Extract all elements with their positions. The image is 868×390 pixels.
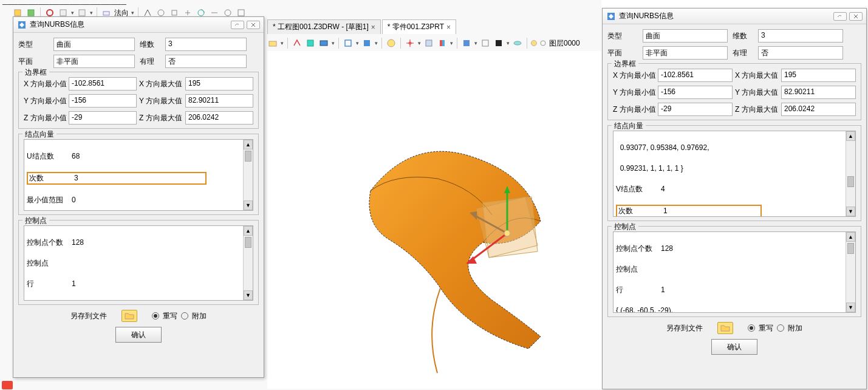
toolbar-icon[interactable] [480, 38, 491, 49]
save-to-file-label: 另存到文件 [666, 323, 703, 334]
toolbar-icon[interactable] [305, 38, 316, 49]
xmin-field[interactable]: -102.8561 [658, 69, 733, 82]
xmax-field[interactable]: 195 [185, 77, 253, 91]
browse-folder-button[interactable] [717, 322, 733, 334]
type-label: 类型 [607, 31, 643, 41]
dropdown-icon[interactable]: ▾ [450, 40, 453, 46]
xmax-field[interactable]: 195 [781, 69, 856, 82]
dropdown-icon[interactable]: ▾ [356, 40, 359, 46]
toolbar-icon[interactable] [493, 38, 504, 49]
dropdown-icon[interactable]: ▾ [71, 10, 74, 16]
scroll-thumb[interactable] [847, 176, 854, 187]
svg-rect-1 [28, 10, 34, 16]
knot-listbox[interactable]: 0.93077, 0.95384, 0.97692, 0.99231, 1, 1… [613, 131, 856, 217]
svg-rect-18 [426, 40, 432, 46]
ymax-label: Y 方向最大值 [139, 96, 183, 106]
knot-listbox[interactable]: U结点数68 次数3 最小值范围0 最大值范围1 闭合否 结点向量 { 0, 0… [24, 139, 253, 211]
toolbar-icon[interactable] [512, 38, 523, 49]
rational-field[interactable]: 否 [758, 46, 843, 60]
layer-name: 图层0000 [549, 38, 580, 49]
dialog-titlebar[interactable]: 查询NURBS信息 [603, 9, 866, 24]
ymin-label: Y 方向最小值 [613, 87, 655, 98]
dropdown-icon[interactable]: ▾ [474, 40, 477, 46]
overwrite-radio[interactable] [152, 312, 159, 320]
dropdown-icon[interactable]: ▾ [507, 40, 510, 46]
toolbar-icon[interactable] [423, 38, 434, 49]
layer-indicator[interactable]: 图层0000 [531, 38, 580, 49]
zmin-field[interactable]: -29 [69, 111, 137, 125]
toolbar-icon[interactable] [292, 38, 302, 49]
close-button[interactable] [247, 21, 260, 29]
scroll-up-icon[interactable]: ▲ [846, 232, 855, 242]
xmin-field[interactable]: -102.8561 [69, 77, 137, 91]
close-button[interactable] [849, 12, 863, 21]
scrollbar[interactable]: ▲ ▼ [846, 131, 855, 216]
scroll-up-icon[interactable]: ▲ [846, 131, 855, 141]
cp-legend: 控制点 [612, 222, 638, 232]
dim-field[interactable]: 3 [165, 38, 247, 51]
append-radio[interactable] [777, 324, 784, 332]
ymin-field[interactable]: -156 [69, 94, 137, 108]
dropdown-icon[interactable]: ▾ [90, 10, 93, 16]
toolbar-icon[interactable] [405, 38, 415, 49]
toolbar-icon[interactable] [437, 38, 448, 49]
viewport-3d[interactable] [267, 51, 601, 389]
scroll-up-icon[interactable]: ▲ [244, 226, 253, 236]
ymin-field[interactable]: -156 [658, 86, 733, 99]
zmin-field[interactable]: -29 [658, 103, 733, 116]
scrollbar[interactable]: ▲ ▼ [243, 140, 253, 210]
toolbar-icon[interactable] [343, 38, 354, 49]
app-icon [17, 20, 27, 30]
side-red-icon [2, 381, 13, 389]
browse-folder-button[interactable] [121, 310, 137, 322]
scroll-down-icon[interactable]: ▼ [244, 290, 253, 300]
dropdown-icon[interactable]: ▾ [375, 40, 378, 46]
ymax-field[interactable]: 82.90211 [781, 86, 856, 99]
scroll-down-icon[interactable]: ▼ [244, 200, 253, 210]
help-button[interactable] [231, 21, 244, 29]
dropdown-icon[interactable]: ▾ [418, 40, 421, 46]
dropdown-icon[interactable]: ▾ [332, 40, 335, 46]
append-label: 附加 [192, 311, 207, 321]
type-field[interactable]: 曲面 [53, 38, 135, 51]
scroll-thumb[interactable] [245, 237, 251, 248]
close-icon[interactable]: × [371, 23, 375, 32]
dropdown-icon[interactable]: ▾ [131, 10, 134, 16]
dialog-titlebar[interactable]: 查询NURBS信息 [13, 17, 264, 33]
toolbar-icon[interactable] [386, 38, 397, 49]
scroll-thumb[interactable] [245, 151, 251, 162]
confirm-button[interactable]: 确认 [711, 339, 757, 355]
toolbar-icon[interactable] [267, 38, 278, 49]
dim-field[interactable]: 3 [758, 29, 843, 43]
plane-field[interactable]: 非平面 [643, 46, 728, 60]
scroll-thumb[interactable] [847, 243, 854, 254]
svg-rect-15 [364, 40, 370, 46]
scrollbar[interactable]: ▲ ▼ [846, 232, 855, 312]
rational-field[interactable]: 否 [165, 55, 247, 68]
scroll-down-icon[interactable]: ▼ [846, 207, 855, 216]
knot-fieldset: 结点向量 0.93077, 0.95384, 0.97692, 0.99231,… [607, 125, 861, 221]
zmax-field[interactable]: 206.0242 [185, 111, 253, 125]
scroll-down-icon[interactable]: ▼ [846, 303, 855, 312]
toolbar-icon[interactable] [318, 38, 329, 49]
help-button[interactable] [833, 12, 847, 21]
toolbar-icon[interactable] [461, 38, 472, 49]
cp-listbox[interactable]: 控制点个数128 控制点 行1 { (-68, -60.5, -29), (-6… [613, 231, 856, 313]
confirm-button[interactable]: 确认 [115, 327, 162, 343]
overwrite-radio[interactable] [748, 324, 755, 332]
svg-rect-23 [496, 40, 502, 46]
dropdown-icon[interactable]: ▾ [281, 40, 284, 46]
scrollbar[interactable]: ▲ ▼ [243, 226, 253, 300]
scroll-up-icon[interactable]: ▲ [244, 140, 253, 149]
zmax-field[interactable]: 206.0242 [781, 103, 856, 116]
toolbar-icon[interactable] [361, 38, 372, 49]
tab-drawing[interactable]: * 工程图001.Z3DRW - [草图1]× [267, 19, 381, 34]
append-radio[interactable] [181, 312, 188, 320]
cp-listbox[interactable]: 控制点个数128 控制点 行1 { (-68, -60.5, -29), (-6… [24, 225, 253, 301]
tab-part[interactable]: * 零件001.Z3PRT× [382, 19, 456, 34]
type-field[interactable]: 曲面 [643, 29, 728, 43]
ymax-field[interactable]: 82.90211 [185, 94, 253, 108]
plane-field[interactable]: 非平面 [53, 55, 135, 68]
close-icon[interactable]: × [446, 23, 451, 32]
zmax-label: Z 方向最大值 [139, 113, 183, 123]
